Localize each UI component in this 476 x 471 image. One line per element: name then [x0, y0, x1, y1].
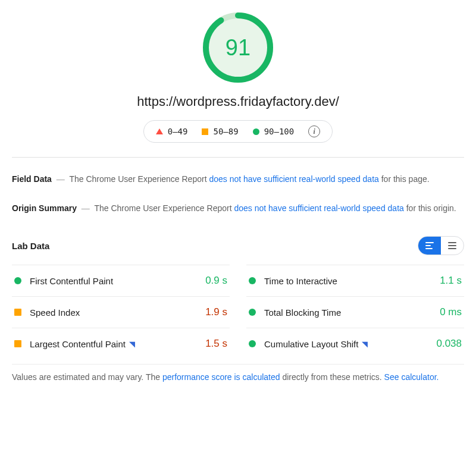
- circle-icon: [249, 309, 256, 316]
- metric-name: First Contentful Paint: [30, 276, 205, 286]
- metric-si[interactable]: Speed Index 1.9 s: [12, 296, 230, 328]
- view-toggle: [418, 236, 464, 255]
- score-gauge: 91: [202, 12, 274, 83]
- origin-summary-link[interactable]: does not have sufficient real-world spee…: [234, 203, 403, 213]
- square-icon: [202, 128, 208, 135]
- footnote-link-calculator[interactable]: See calculator.: [384, 372, 439, 382]
- square-icon: [14, 309, 21, 316]
- lab-data-header: Lab Data: [12, 236, 464, 255]
- metric-name: Total Blocking Time: [264, 307, 440, 318]
- metric-value: 1.5 s: [205, 338, 227, 350]
- footnote-mid: directly from these metrics.: [280, 372, 384, 382]
- field-data-prefix: The Chrome User Experience Report: [69, 174, 209, 184]
- compact-icon: [425, 242, 434, 249]
- score-value: 91: [202, 12, 274, 83]
- metric-value: 0 ms: [440, 306, 462, 318]
- origin-summary-prefix: The Chrome User Experience Report: [94, 203, 234, 213]
- metrics-grid: First Contentful Paint 0.9 s Time to Int…: [12, 265, 464, 359]
- lab-data-title: Lab Data: [12, 241, 49, 251]
- circle-icon: [249, 340, 256, 347]
- legend-mid-range: 50–89: [213, 127, 238, 136]
- metric-value: 1.1 s: [440, 275, 462, 287]
- field-data-section: Field Data — The Chrome User Experience …: [12, 172, 464, 187]
- metric-value: 0.038: [436, 338, 462, 350]
- circle-icon: [249, 277, 256, 284]
- triangle-icon: [156, 128, 163, 134]
- metric-name: Time to Interactive: [264, 276, 440, 286]
- metric-value: 0.9 s: [205, 275, 227, 287]
- bookmark-icon: ◥: [129, 340, 135, 348]
- square-icon: [14, 340, 21, 347]
- footnote-link-score[interactable]: performance score is calculated: [162, 372, 280, 382]
- score-legend: 0–49 50–89 90–100 i: [143, 120, 333, 143]
- origin-summary-section: Origin Summary — The Chrome User Experie…: [12, 201, 464, 216]
- legend-bad: 0–49: [156, 127, 188, 136]
- metric-tbt[interactable]: Total Blocking Time 0 ms: [246, 296, 464, 328]
- circle-icon: [253, 128, 259, 135]
- dash: —: [82, 203, 90, 213]
- footnote: Values are estimated and may vary. The p…: [12, 364, 464, 385]
- info-icon[interactable]: i: [308, 125, 320, 137]
- divider: [12, 157, 464, 158]
- view-compact-button[interactable]: [418, 237, 441, 255]
- metric-tti[interactable]: Time to Interactive 1.1 s: [246, 265, 464, 296]
- circle-icon: [14, 277, 21, 284]
- metric-lcp[interactable]: Largest Contentful Paint ◥ 1.5 s: [12, 328, 230, 359]
- legend-good-range: 90–100: [264, 127, 295, 136]
- metric-name: Speed Index: [30, 307, 205, 318]
- bookmark-icon: ◥: [362, 340, 368, 348]
- legend-good: 90–100: [253, 127, 295, 136]
- page-url: https://wordpress.fridayfactory.dev/: [137, 94, 339, 109]
- metric-fcp[interactable]: First Contentful Paint 0.9 s: [12, 265, 230, 296]
- expanded-icon: [448, 242, 456, 249]
- origin-summary-label: Origin Summary: [12, 203, 77, 213]
- origin-summary-suffix: for this origin.: [404, 203, 456, 213]
- metric-value: 1.9 s: [205, 306, 227, 318]
- field-data-link[interactable]: does not have sufficient real-world spee…: [209, 174, 378, 184]
- dash: —: [57, 174, 65, 184]
- footnote-pre: Values are estimated and may vary. The: [12, 372, 162, 382]
- legend-mid: 50–89: [202, 127, 238, 136]
- metric-name: Largest Contentful Paint ◥: [30, 339, 205, 349]
- metric-cls[interactable]: Cumulative Layout Shift ◥ 0.038: [246, 328, 464, 359]
- field-data-label: Field Data: [12, 174, 52, 184]
- score-section: 91 https://wordpress.fridayfactory.dev/ …: [12, 12, 464, 155]
- metric-name: Cumulative Layout Shift ◥: [264, 339, 436, 349]
- legend-bad-range: 0–49: [168, 127, 188, 136]
- field-data-suffix: for this page.: [379, 174, 430, 184]
- view-expanded-button[interactable]: [441, 237, 464, 255]
